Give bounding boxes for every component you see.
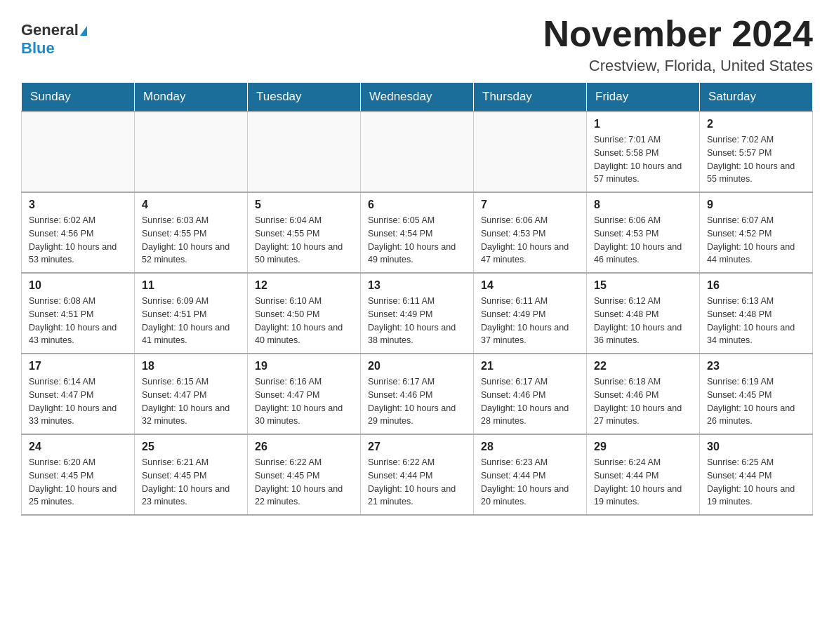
calendar-day-header: Saturday (700, 83, 813, 112)
day-info: Sunrise: 6:22 AM Sunset: 4:44 PM Dayligh… (368, 456, 466, 509)
day-number: 17 (29, 360, 127, 373)
location-text: Crestview, Florida, United States (543, 57, 813, 75)
day-number: 21 (481, 360, 579, 373)
month-year-title: November 2024 (543, 14, 813, 54)
calendar-cell: 12Sunrise: 6:10 AM Sunset: 4:50 PM Dayli… (248, 273, 361, 354)
logo-triangle-icon (80, 26, 87, 36)
day-number: 19 (255, 360, 353, 373)
day-info: Sunrise: 6:14 AM Sunset: 4:47 PM Dayligh… (29, 375, 127, 428)
page-header: General Blue November 2024 Crestview, Fl… (21, 14, 813, 75)
calendar-day-header: Sunday (22, 83, 135, 112)
day-info: Sunrise: 6:10 AM Sunset: 4:50 PM Dayligh… (255, 295, 353, 347)
day-number: 3 (29, 199, 127, 211)
calendar-cell: 20Sunrise: 6:17 AM Sunset: 4:46 PM Dayli… (361, 354, 474, 434)
day-info: Sunrise: 6:22 AM Sunset: 4:45 PM Dayligh… (255, 456, 353, 509)
calendar-day-header: Friday (587, 83, 700, 112)
calendar-cell: 15Sunrise: 6:12 AM Sunset: 4:48 PM Dayli… (587, 273, 700, 354)
calendar-cell: 8Sunrise: 6:06 AM Sunset: 4:53 PM Daylig… (587, 192, 700, 273)
day-info: Sunrise: 6:19 AM Sunset: 4:45 PM Dayligh… (707, 375, 805, 428)
logo-general-text: General (21, 21, 79, 39)
day-number: 20 (368, 360, 466, 373)
day-info: Sunrise: 6:04 AM Sunset: 4:55 PM Dayligh… (255, 214, 353, 267)
calendar-cell (22, 112, 135, 192)
logo: General Blue (21, 21, 87, 58)
day-number: 13 (368, 279, 466, 292)
calendar-cell: 10Sunrise: 6:08 AM Sunset: 4:51 PM Dayli… (22, 273, 135, 354)
day-info: Sunrise: 7:02 AM Sunset: 5:57 PM Dayligh… (707, 133, 805, 186)
logo-general-line: General (21, 21, 87, 39)
day-info: Sunrise: 6:11 AM Sunset: 4:49 PM Dayligh… (368, 295, 466, 347)
day-info: Sunrise: 6:16 AM Sunset: 4:47 PM Dayligh… (255, 375, 353, 428)
day-number: 10 (29, 279, 127, 292)
day-info: Sunrise: 7:01 AM Sunset: 5:58 PM Dayligh… (594, 133, 692, 186)
day-info: Sunrise: 6:23 AM Sunset: 4:44 PM Dayligh… (481, 456, 579, 509)
day-info: Sunrise: 6:21 AM Sunset: 4:45 PM Dayligh… (142, 456, 240, 509)
calendar-cell: 27Sunrise: 6:22 AM Sunset: 4:44 PM Dayli… (361, 434, 474, 515)
day-number: 30 (707, 441, 805, 453)
calendar-cell: 9Sunrise: 6:07 AM Sunset: 4:52 PM Daylig… (700, 192, 813, 273)
day-info: Sunrise: 6:06 AM Sunset: 4:53 PM Dayligh… (481, 214, 579, 267)
day-number: 6 (368, 199, 466, 211)
calendar-cell: 24Sunrise: 6:20 AM Sunset: 4:45 PM Dayli… (22, 434, 135, 515)
day-info: Sunrise: 6:03 AM Sunset: 4:55 PM Dayligh… (142, 214, 240, 267)
calendar-week-row: 3Sunrise: 6:02 AM Sunset: 4:56 PM Daylig… (22, 192, 813, 273)
calendar-cell (135, 112, 248, 192)
calendar-cell: 25Sunrise: 6:21 AM Sunset: 4:45 PM Dayli… (135, 434, 248, 515)
day-info: Sunrise: 6:08 AM Sunset: 4:51 PM Dayligh… (29, 295, 127, 347)
day-number: 5 (255, 199, 353, 211)
calendar-cell: 5Sunrise: 6:04 AM Sunset: 4:55 PM Daylig… (248, 192, 361, 273)
day-number: 8 (594, 199, 692, 211)
day-number: 11 (142, 279, 240, 292)
day-info: Sunrise: 6:17 AM Sunset: 4:46 PM Dayligh… (481, 375, 579, 428)
day-number: 23 (707, 360, 805, 373)
day-info: Sunrise: 6:17 AM Sunset: 4:46 PM Dayligh… (368, 375, 466, 428)
calendar-cell (474, 112, 587, 192)
calendar-cell: 26Sunrise: 6:22 AM Sunset: 4:45 PM Dayli… (248, 434, 361, 515)
calendar-cell (248, 112, 361, 192)
calendar-cell: 7Sunrise: 6:06 AM Sunset: 4:53 PM Daylig… (474, 192, 587, 273)
calendar-cell: 3Sunrise: 6:02 AM Sunset: 4:56 PM Daylig… (22, 192, 135, 273)
day-info: Sunrise: 6:24 AM Sunset: 4:44 PM Dayligh… (594, 456, 692, 509)
day-number: 12 (255, 279, 353, 292)
day-number: 2 (707, 118, 805, 130)
day-info: Sunrise: 6:06 AM Sunset: 4:53 PM Dayligh… (594, 214, 692, 267)
day-info: Sunrise: 6:20 AM Sunset: 4:45 PM Dayligh… (29, 456, 127, 509)
calendar-cell: 28Sunrise: 6:23 AM Sunset: 4:44 PM Dayli… (474, 434, 587, 515)
day-info: Sunrise: 6:09 AM Sunset: 4:51 PM Dayligh… (142, 295, 240, 347)
title-section: November 2024 Crestview, Florida, United… (543, 14, 813, 75)
calendar-day-header: Monday (135, 83, 248, 112)
calendar-cell: 14Sunrise: 6:11 AM Sunset: 4:49 PM Dayli… (474, 273, 587, 354)
day-number: 15 (594, 279, 692, 292)
day-number: 28 (481, 441, 579, 453)
calendar-cell: 16Sunrise: 6:13 AM Sunset: 4:48 PM Dayli… (700, 273, 813, 354)
day-number: 14 (481, 279, 579, 292)
calendar-cell: 21Sunrise: 6:17 AM Sunset: 4:46 PM Dayli… (474, 354, 587, 434)
calendar-cell: 22Sunrise: 6:18 AM Sunset: 4:46 PM Dayli… (587, 354, 700, 434)
calendar-cell: 13Sunrise: 6:11 AM Sunset: 4:49 PM Dayli… (361, 273, 474, 354)
day-info: Sunrise: 6:12 AM Sunset: 4:48 PM Dayligh… (594, 295, 692, 347)
day-info: Sunrise: 6:11 AM Sunset: 4:49 PM Dayligh… (481, 295, 579, 347)
day-number: 16 (707, 279, 805, 292)
day-number: 27 (368, 441, 466, 453)
day-info: Sunrise: 6:15 AM Sunset: 4:47 PM Dayligh… (142, 375, 240, 428)
calendar-cell: 17Sunrise: 6:14 AM Sunset: 4:47 PM Dayli… (22, 354, 135, 434)
day-info: Sunrise: 6:25 AM Sunset: 4:44 PM Dayligh… (707, 456, 805, 509)
calendar-cell: 19Sunrise: 6:16 AM Sunset: 4:47 PM Dayli… (248, 354, 361, 434)
day-number: 26 (255, 441, 353, 453)
day-info: Sunrise: 6:13 AM Sunset: 4:48 PM Dayligh… (707, 295, 805, 347)
calendar-cell: 4Sunrise: 6:03 AM Sunset: 4:55 PM Daylig… (135, 192, 248, 273)
calendar-cell (361, 112, 474, 192)
calendar-day-header: Tuesday (248, 83, 361, 112)
day-info: Sunrise: 6:07 AM Sunset: 4:52 PM Dayligh… (707, 214, 805, 267)
calendar-cell: 2Sunrise: 7:02 AM Sunset: 5:57 PM Daylig… (700, 112, 813, 192)
calendar-header-row: SundayMondayTuesdayWednesdayThursdayFrid… (22, 83, 813, 112)
logo-blue-text: Blue (21, 39, 55, 57)
day-number: 18 (142, 360, 240, 373)
day-info: Sunrise: 6:05 AM Sunset: 4:54 PM Dayligh… (368, 214, 466, 267)
calendar-week-row: 1Sunrise: 7:01 AM Sunset: 5:58 PM Daylig… (22, 112, 813, 192)
day-number: 7 (481, 199, 579, 211)
day-info: Sunrise: 6:18 AM Sunset: 4:46 PM Dayligh… (594, 375, 692, 428)
day-number: 29 (594, 441, 692, 453)
day-number: 4 (142, 199, 240, 211)
calendar-cell: 6Sunrise: 6:05 AM Sunset: 4:54 PM Daylig… (361, 192, 474, 273)
